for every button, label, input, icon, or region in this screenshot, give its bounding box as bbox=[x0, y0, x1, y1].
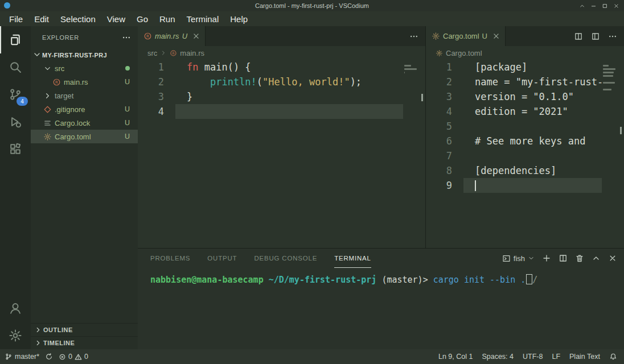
trash-icon[interactable] bbox=[575, 254, 584, 263]
window-title: Cargo.toml - my-first-rust-prj - VSCodiu… bbox=[255, 2, 369, 9]
status-label: Plain Text bbox=[569, 353, 600, 361]
file-item-src[interactable]: src bbox=[31, 61, 138, 75]
line-number: 3 bbox=[138, 89, 175, 104]
code-line[interactable] bbox=[463, 178, 602, 193]
project-root-folder[interactable]: MY-FIRST-RUST-PRJ bbox=[31, 49, 138, 61]
title-bar[interactable]: Cargo.toml - my-first-rust-prj - VSCodiu… bbox=[0, 0, 624, 11]
section-timeline[interactable]: TIMELINE bbox=[31, 336, 138, 349]
code-line[interactable] bbox=[175, 104, 403, 119]
section-outline[interactable]: OUTLINE bbox=[31, 323, 138, 336]
line-number: 2 bbox=[426, 75, 463, 89]
maximize-icon[interactable] bbox=[602, 3, 608, 9]
breadcrumb-item[interactable]: src bbox=[147, 49, 157, 57]
line-number: 7 bbox=[426, 148, 463, 163]
close-icon[interactable] bbox=[192, 32, 200, 40]
tab-cargo-toml[interactable]: Cargo.tomlU bbox=[426, 26, 506, 46]
chevron-down-icon bbox=[32, 50, 42, 59]
status-language-mode[interactable]: Plain Text bbox=[569, 353, 600, 361]
file-item-main-rs[interactable]: Rmain.rsU bbox=[31, 75, 138, 89]
minimize-icon[interactable] bbox=[590, 3, 597, 9]
panel-tab-terminal[interactable]: TERMINAL bbox=[334, 249, 371, 268]
terminal[interactable]: nabbisen@mana-basecamp ~/D/my-first-rust… bbox=[138, 268, 624, 349]
activity-source-control[interactable]: 4 bbox=[0, 81, 31, 108]
status-label: UTF-8 bbox=[523, 353, 543, 361]
close-icon[interactable] bbox=[492, 32, 500, 40]
status-cursor-position[interactable]: Ln 9, Col 1 bbox=[438, 353, 473, 361]
rust-icon: R bbox=[143, 32, 152, 40]
status-notifications[interactable] bbox=[609, 353, 617, 361]
activity-explorer[interactable] bbox=[0, 26, 31, 53]
split-icon[interactable] bbox=[574, 32, 583, 41]
gear-icon bbox=[9, 329, 22, 342]
code-line[interactable]: version = "0.1.0" bbox=[463, 89, 602, 104]
panel-tab-output[interactable]: OUTPUT bbox=[207, 249, 237, 268]
menu-help[interactable]: Help bbox=[224, 11, 253, 26]
close-icon[interactable] bbox=[608, 254, 617, 263]
more-icon[interactable] bbox=[409, 32, 418, 41]
code-cargo-toml[interactable]: [package]name = "my-first-rust-prj"versi… bbox=[463, 60, 602, 248]
code-line[interactable] bbox=[463, 148, 602, 163]
chevron-up-icon[interactable] bbox=[592, 254, 601, 263]
panel-tabs: PROBLEMSOUTPUTDEBUG CONSOLETERMINAL bbox=[150, 249, 371, 268]
code-line[interactable]: edition = "2021" bbox=[463, 104, 602, 119]
status-count: 0 bbox=[68, 353, 72, 361]
shell-selector[interactable]: fish bbox=[502, 254, 535, 263]
terminal-prompt-line: nabbisen@mana-basecamp ~/D/my-first-rust… bbox=[150, 274, 618, 286]
panel-tab-problems[interactable]: PROBLEMS bbox=[150, 249, 190, 268]
code-line[interactable]: fn main() { bbox=[175, 60, 403, 75]
minimap-1[interactable] bbox=[403, 60, 418, 248]
more-icon[interactable] bbox=[608, 32, 617, 41]
code-line[interactable]: } bbox=[175, 89, 403, 104]
minimap-2[interactable] bbox=[602, 60, 617, 248]
editor-main-rs[interactable]: 1234 fn main() { println!("Hello, world!… bbox=[138, 60, 425, 248]
code-line[interactable]: name = "my-first-rust-prj" bbox=[463, 75, 602, 89]
close-icon[interactable] bbox=[613, 3, 619, 9]
split-icon[interactable] bbox=[559, 254, 568, 263]
activity-accounts[interactable] bbox=[0, 295, 31, 322]
activity-extensions[interactable] bbox=[0, 135, 31, 163]
gutter-1: 1234 bbox=[138, 60, 175, 248]
menu-terminal[interactable]: Terminal bbox=[181, 11, 225, 26]
chevron-up-icon[interactable] bbox=[579, 3, 585, 9]
breadcrumb-item[interactable]: Cargo.toml bbox=[436, 49, 482, 57]
explorer-more-actions[interactable] bbox=[122, 33, 131, 42]
activity-settings[interactable] bbox=[0, 322, 31, 349]
menu-view[interactable]: View bbox=[101, 11, 131, 26]
section-label: TIMELINE bbox=[43, 340, 75, 346]
status-eol[interactable]: LF bbox=[552, 353, 560, 361]
code-main-rs[interactable]: fn main() { println!("Hello, world!");} bbox=[175, 60, 403, 248]
file-item-cargo-lock[interactable]: Cargo.lockU bbox=[31, 116, 138, 130]
code-line[interactable]: [dependencies] bbox=[463, 163, 602, 178]
status-encoding[interactable]: UTF-8 bbox=[523, 353, 543, 361]
file-item-target[interactable]: target bbox=[31, 89, 138, 102]
menu-run[interactable]: Run bbox=[154, 11, 181, 26]
status-indentation[interactable]: Spaces: 4 bbox=[482, 353, 514, 361]
editor-cargo-toml[interactable]: 123456789 [package]name = "my-first-rust… bbox=[426, 60, 624, 248]
git-icon bbox=[43, 105, 52, 114]
file-item-cargo-toml[interactable]: Cargo.tomlU bbox=[31, 130, 138, 143]
breadcrumb-item[interactable]: Rmain.rs bbox=[170, 49, 204, 57]
file-item-gitignore[interactable]: .gitignoreU bbox=[31, 102, 138, 116]
status-bar: master*00 Ln 9, Col 1Spaces: 4UTF-8LFPla… bbox=[0, 349, 624, 364]
status-problems[interactable]: 00 bbox=[59, 353, 88, 361]
plus-icon[interactable] bbox=[542, 254, 551, 263]
git-status-badge: U bbox=[125, 133, 130, 140]
code-line[interactable]: println!("Hello, world!"); bbox=[175, 75, 403, 89]
editor-actions bbox=[403, 26, 425, 46]
breadcrumb-label: src bbox=[147, 49, 157, 57]
code-line[interactable]: [package] bbox=[463, 60, 602, 75]
root-chevron bbox=[32, 50, 42, 60]
menu-go[interactable]: Go bbox=[131, 11, 154, 26]
panel-tab-debug-console[interactable]: DEBUG CONSOLE bbox=[254, 249, 317, 268]
menu-edit[interactable]: Edit bbox=[28, 11, 55, 26]
tab-main-rs[interactable]: Rmain.rsU bbox=[138, 26, 206, 46]
menu-file[interactable]: File bbox=[3, 11, 28, 26]
activity-run-and-debug[interactable] bbox=[0, 108, 31, 135]
code-line[interactable] bbox=[463, 119, 602, 134]
status-sync[interactable] bbox=[45, 353, 53, 361]
status-git-branch[interactable]: master* bbox=[5, 353, 39, 361]
menu-selection[interactable]: Selection bbox=[55, 11, 101, 26]
code-line[interactable]: # See more keys and bbox=[463, 134, 602, 148]
layout-icon[interactable] bbox=[591, 32, 600, 41]
activity-search[interactable] bbox=[0, 53, 31, 81]
